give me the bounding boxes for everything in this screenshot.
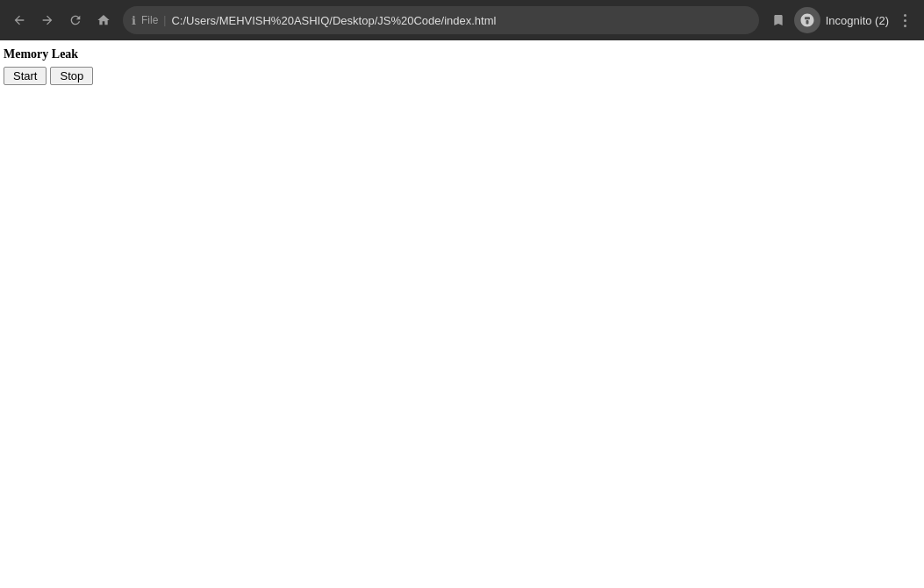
start-button[interactable]: Start — [4, 67, 47, 85]
forward-button[interactable] — [35, 8, 60, 32]
separator: | — [163, 14, 166, 26]
back-icon — [12, 13, 26, 27]
back-button[interactable] — [7, 8, 32, 32]
address-bar[interactable]: ℹ File | C:/Users/MEHVISH%20ASHIQ/Deskto… — [123, 6, 759, 34]
home-button[interactable] — [91, 8, 116, 32]
page-content: Memory Leak Start Stop — [0, 40, 924, 92]
file-label: File — [141, 14, 158, 26]
reload-button[interactable] — [63, 8, 88, 32]
address-text: C:/Users/MEHVISH%20ASHIQ/Desktop/JS%20Co… — [171, 14, 749, 27]
browser-chrome: ℹ File | C:/Users/MEHVISH%20ASHIQ/Deskto… — [0, 0, 924, 40]
menu-button[interactable] — [892, 8, 917, 32]
dots-menu-icon — [904, 14, 906, 27]
incognito-label: Incognito (2) — [826, 14, 889, 27]
incognito-section: Incognito (2) — [794, 7, 889, 33]
buttons-row: Start Stop — [4, 67, 920, 85]
forward-icon — [40, 13, 54, 27]
incognito-avatar-icon — [799, 12, 815, 28]
bookmark-icon — [771, 13, 785, 27]
reload-icon — [68, 13, 82, 27]
home-icon — [97, 13, 111, 27]
bookmark-button[interactable] — [766, 8, 791, 32]
info-icon: ℹ — [132, 14, 136, 27]
incognito-icon — [794, 7, 820, 33]
stop-button[interactable]: Stop — [50, 67, 93, 85]
page-title: Memory Leak — [4, 47, 920, 61]
